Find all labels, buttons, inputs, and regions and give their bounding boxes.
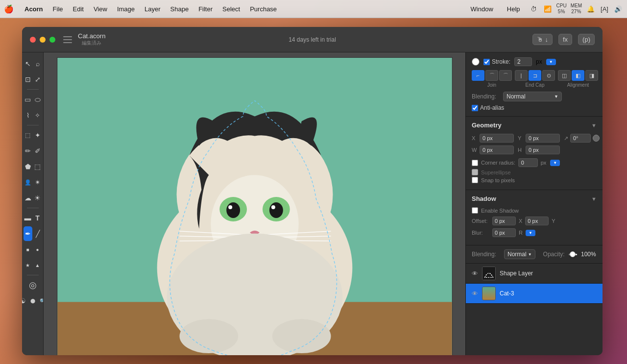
rect-sel-tool[interactable]: [24, 92, 32, 107]
menubar-select[interactable]: Select: [217, 4, 245, 14]
menubar-purchase[interactable]: Purchase: [245, 4, 282, 14]
align-btn-2[interactable]: ◧: [572, 70, 584, 81]
geo-x-input[interactable]: [480, 134, 514, 143]
search-tool[interactable]: 🔍: [38, 293, 44, 308]
stroke-checkbox[interactable]: [483, 59, 490, 65]
corner-row: Corner radius: px: [472, 158, 597, 167]
shadow-offset-y-input[interactable]: [525, 217, 549, 225]
mag-lasso-tool[interactable]: ✧: [33, 108, 42, 122]
geo-angle-input[interactable]: [570, 134, 591, 143]
square-tool[interactable]: ■: [24, 242, 32, 257]
menubar-edit[interactable]: Edit: [68, 4, 89, 14]
shadow-blur-dropdown[interactable]: [526, 230, 535, 236]
endcap-btn-2[interactable]: ⊐: [529, 70, 541, 81]
light-tool[interactable]: ☀: [33, 191, 42, 205]
shadow-chevron[interactable]: ▼: [591, 196, 597, 202]
star-tool[interactable]: ★: [24, 258, 32, 272]
stroke-value-input[interactable]: [514, 57, 532, 66]
shadow-offset-x-input[interactable]: [492, 217, 516, 225]
apple-menu[interactable]: 🍎: [4, 4, 14, 14]
opacity-slider[interactable]: [569, 254, 577, 255]
menubar-shape[interactable]: Shape: [166, 4, 194, 14]
menubar-view[interactable]: View: [89, 4, 112, 14]
snap-checkbox[interactable]: [472, 177, 478, 183]
anti-alias-label[interactable]: Anti-alias: [472, 104, 597, 111]
tool-pair-2: [24, 72, 42, 87]
close-button[interactable]: [30, 37, 36, 43]
geo-h-input[interactable]: [526, 146, 560, 154]
join-btn-1[interactable]: ⌐: [472, 70, 484, 81]
layer-eye-cat[interactable]: 👁: [472, 290, 478, 297]
stroke-unit-dropdown[interactable]: [546, 59, 556, 65]
pencil-tool[interactable]: ✐: [33, 144, 42, 158]
align-btn-1[interactable]: ◫: [558, 70, 571, 81]
eyedrop-tool[interactable]: ⬚: [24, 128, 32, 143]
menubar-acorn[interactable]: Acorn: [20, 4, 48, 14]
brush-tool[interactable]: ✏: [24, 144, 32, 158]
pen-tool[interactable]: ✒: [24, 226, 32, 241]
polygon-tool[interactable]: ▲: [33, 258, 42, 272]
wand-tool[interactable]: ✦: [33, 128, 42, 143]
dot-tool[interactable]: ⬤: [28, 293, 37, 308]
corner-radius-input[interactable]: [518, 158, 538, 167]
line-tool[interactable]: ╱: [33, 226, 42, 241]
ellipse-sel-tool[interactable]: [33, 92, 42, 107]
menubar-image[interactable]: Image: [112, 4, 140, 14]
geo-y-input[interactable]: [526, 134, 560, 143]
menubar-layer[interactable]: Layer: [140, 4, 166, 14]
maximize-button[interactable]: [49, 37, 55, 43]
yinyang-tool[interactable]: ☯: [22, 293, 27, 308]
crop-tool[interactable]: [24, 72, 32, 87]
layer-eye-shape[interactable]: 👁: [472, 270, 478, 277]
geometry-chevron[interactable]: ▼: [591, 122, 597, 128]
layer-name-cat: Cat-3: [500, 290, 597, 297]
eraser-tool[interactable]: ⬚: [33, 159, 42, 174]
blending-dropdown[interactable]: Normal ▼: [503, 92, 562, 101]
opacity-blending-dropdown[interactable]: Normal ▼: [504, 249, 535, 259]
cloud-tool[interactable]: ☁: [24, 191, 32, 205]
effects-tool[interactable]: ✴: [33, 175, 42, 190]
anti-alias-checkbox[interactable]: [472, 105, 478, 111]
layer-item-shape[interactable]: 👁 Shape Layer: [466, 264, 603, 284]
p-btn[interactable]: (p): [578, 34, 595, 45]
angle-dot[interactable]: [593, 135, 600, 142]
enable-shadow-checkbox[interactable]: [472, 207, 478, 214]
transform-tool[interactable]: [33, 72, 42, 87]
fill-tool[interactable]: ⬟: [24, 159, 32, 174]
corner-radius-checkbox[interactable]: [472, 160, 478, 166]
arrow-tool[interactable]: [24, 56, 32, 71]
join-btn-3[interactable]: ⌒: [499, 70, 512, 81]
record-tool[interactable]: ◎: [25, 278, 40, 292]
endcap-btn-3[interactable]: ⊙: [542, 70, 555, 81]
lasso-tool[interactable]: ⌇: [24, 108, 32, 122]
svg-point-19: [272, 319, 331, 353]
person-tool[interactable]: 👤: [24, 175, 32, 190]
shadow-blur-input[interactable]: [492, 228, 516, 237]
rect2-tool[interactable]: ▬: [24, 211, 32, 225]
superellipse-checkbox: [472, 169, 478, 175]
zoom-tool[interactable]: [33, 56, 42, 71]
stroke-color-swatch[interactable]: [472, 58, 480, 66]
canvas-image[interactable]: [57, 57, 453, 355]
crop-icon: [25, 75, 31, 83]
minimize-button[interactable]: [40, 37, 46, 43]
fx-btn[interactable]: fx: [558, 34, 572, 45]
layer-item-cat[interactable]: 👁 Cat-3: [466, 284, 603, 304]
stroke-checkbox-label[interactable]: Stroke:: [483, 58, 510, 65]
opacity-thumb[interactable]: [570, 251, 576, 257]
cursor-tool-btn[interactable]: 🖱 ↓: [532, 34, 553, 45]
menubar-file[interactable]: File: [48, 4, 68, 14]
corner-radius-unit-dropdown[interactable]: [550, 160, 560, 166]
geo-w-input[interactable]: [480, 146, 514, 154]
join-btn-2[interactable]: ⌒: [485, 70, 498, 81]
endcap-btn-1[interactable]: |: [515, 70, 528, 81]
menubar-help[interactable]: Help: [502, 4, 525, 14]
enable-shadow-label: Enable Shadow: [481, 208, 519, 214]
sidebar-toggle[interactable]: [63, 36, 72, 43]
circle-tool[interactable]: ●: [33, 242, 42, 257]
menubar-window[interactable]: Window: [466, 4, 498, 14]
align-btn-3[interactable]: ◨: [585, 70, 598, 81]
menubar-filter[interactable]: Filter: [193, 4, 217, 14]
shadow-y-axis: Y: [552, 218, 555, 224]
text-tool[interactable]: T: [33, 211, 42, 225]
